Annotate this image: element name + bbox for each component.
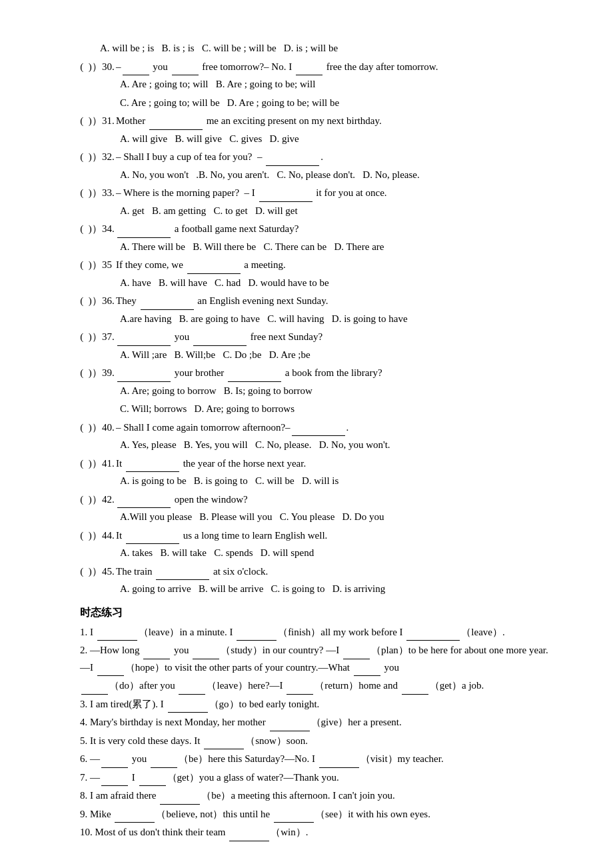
bracket-30: ( ) xyxy=(80,59,92,76)
s2-q7: 7. — I （get）you a glass of water?—Thank … xyxy=(80,769,560,787)
q39-text: your brother a book from the library? xyxy=(116,365,382,382)
q34-opts: A. There will be B. Will there be C. The… xyxy=(80,239,560,256)
s2-q3: 3. I am tired(累了). I （go）to bed early to… xyxy=(80,696,560,713)
s2-q5: 5. It is very cold these days. It （snow）… xyxy=(80,733,560,750)
q41-opts: A. is going to be B. is going to C. will… xyxy=(80,473,560,490)
q45-text: The train at six o'clock. xyxy=(116,563,268,581)
question-36: ( ) ）36. They an English evening next Su… xyxy=(80,293,560,310)
s2-q4: 4. Mary's birthday is next Monday, her m… xyxy=(80,714,560,731)
q42-text: open the window? xyxy=(116,491,248,509)
q36-opts: A.are having B. are going to have C. wil… xyxy=(80,311,560,328)
s2-q6: 6. — you （be）here this Saturday?—No. I （… xyxy=(80,751,560,768)
s2-q10: 10. Most of us don't think their team （w… xyxy=(80,824,560,841)
q37-text: you free next Sunday? xyxy=(116,329,322,346)
question-35: ( ) ）35 If they come, we a meeting. xyxy=(80,257,560,274)
q32-text: – Shall I buy a cup of tea for you? – . xyxy=(116,149,323,166)
question-40: ( ) ）40. – Shall I come again tomorrow a… xyxy=(80,419,560,437)
s2-q9: 9. Mike （believe, not）this until he （see… xyxy=(80,806,560,823)
q45-opts: A. going to arrive B. will be arrive C. … xyxy=(80,581,560,598)
question-39: ( ) ）39. your brother a book from the li… xyxy=(80,365,560,382)
q30-opt1: A. Are ; going to; will B. Are ; going t… xyxy=(80,76,560,93)
s2-q2: 2. —How long you （study）in our country? … xyxy=(80,642,560,676)
question-45: ( ) ）45. The train at six o'clock. xyxy=(80,563,560,581)
question-33: ( ) ）33. – Where is the morning paper? –… xyxy=(80,185,560,202)
q42-opts: A.Will you please B. Please will you C. … xyxy=(80,509,560,526)
question-37: ( ) ）37. you free next Sunday? xyxy=(80,329,560,346)
question-32: ( ) ）32. – Shall I buy a cup of tea for … xyxy=(80,149,560,166)
q30-text: – you free tomorrow?– No. I free the day… xyxy=(116,59,438,76)
q32-opts: A. No, you won't .B. No, you aren't. C. … xyxy=(80,167,560,184)
q41-text: It the year of the horse next year. xyxy=(116,455,306,473)
qnum-30: ）30. xyxy=(92,59,116,76)
q39-opt2: C. Will; borrows D. Are; going to borrow… xyxy=(80,401,560,418)
section2-title: 时态练习 xyxy=(80,603,560,621)
question-30: ( ) ）30. – you free tomorrow?– No. I fre… xyxy=(80,59,560,76)
q37-opts: A. Will ;are B. Will;be C. Do ;be D. Are… xyxy=(80,347,560,364)
question-31: ( ) ）31. Mother me an exciting present o… xyxy=(80,113,560,130)
question-34: ( ) ）34. a football game next Saturday? xyxy=(80,221,560,238)
s2-q2-cont: （do）after you （leave）here?—I （return）hom… xyxy=(80,677,560,695)
q30-opt2: C. Are ; going to; will be D. Are ; goin… xyxy=(80,95,560,112)
q44-text: It us a long time to learn English well. xyxy=(116,527,327,545)
question-44: ( ) ）44. It us a long time to learn Engl… xyxy=(80,527,560,545)
option-line-pre: A. will be ; is B. is ; is C. will be ; … xyxy=(80,40,560,57)
q31-text: Mother me an exciting present on my next… xyxy=(116,113,382,130)
q34-text: a football game next Saturday? xyxy=(116,221,299,238)
question-42: ( ) ）42. open the window? xyxy=(80,491,560,509)
worksheet-container: A. will be ; is B. is ; is C. will be ; … xyxy=(80,40,560,841)
q36-text: They an English evening next Sunday. xyxy=(116,293,328,310)
q40-opts: A. Yes, please B. Yes, you will C. No, p… xyxy=(80,437,560,454)
q33-opts: A. get B. am getting C. to get D. will g… xyxy=(80,203,560,220)
q44-opts: A. takes B. will take C. spends D. will … xyxy=(80,545,560,562)
q39-opt1: A. Are; going to borrow B. Is; going to … xyxy=(80,383,560,400)
q31-opts: A. will give B. will give C. gives D. gi… xyxy=(80,131,560,148)
q35-text: If they come, we a meeting. xyxy=(116,257,286,274)
q40-text: – Shall I come again tomorrow afternoon?… xyxy=(116,419,348,437)
s2-q8: 8. I am afraid there （be）a meeting this … xyxy=(80,787,560,805)
question-41: ( ) ）41. It the year of the horse next y… xyxy=(80,455,560,473)
q33-text: – Where is the morning paper? – I it for… xyxy=(116,185,387,202)
s2-q1: 1. I （leave）in a minute. I （finish）all m… xyxy=(80,624,560,641)
q35-opts: A. have B. will have C. had D. would hav… xyxy=(80,275,560,292)
